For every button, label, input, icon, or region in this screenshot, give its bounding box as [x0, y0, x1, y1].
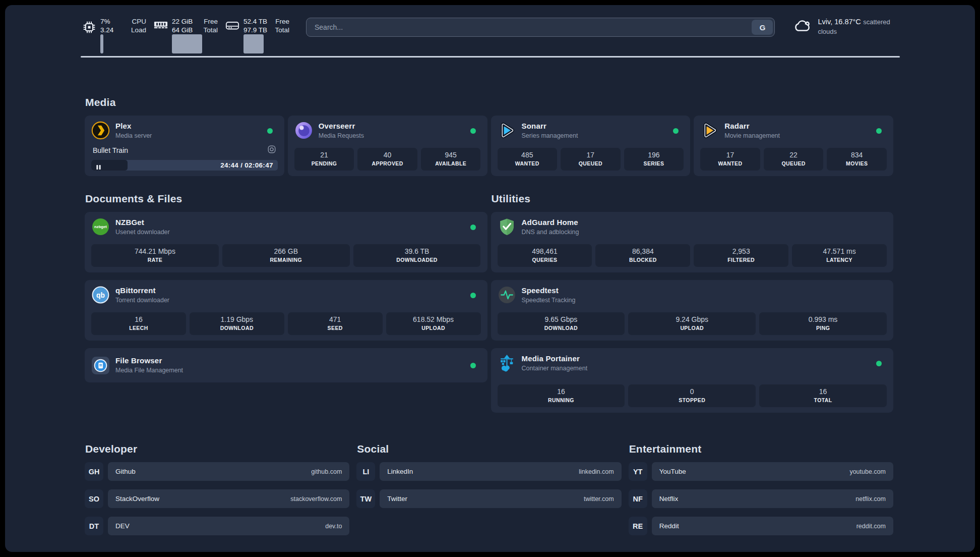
bookmark-reddit[interactable]: RE Reddit reddit.com: [629, 517, 893, 535]
stat-label: AVAILABLE: [423, 160, 479, 167]
stat-label: DOWNLOADED: [355, 256, 479, 263]
stat-value: 485: [500, 151, 556, 159]
stat-box: 22QUEUED: [764, 148, 824, 171]
stat-label: LATENCY: [794, 256, 885, 263]
dashboard-page: 7%CPU 3.24Load: [5, 5, 975, 552]
stat-value: 47.571 ms: [794, 247, 885, 256]
stat-value: 39.6 TB: [355, 247, 479, 256]
service-subtitle: Media Requests: [319, 132, 364, 140]
stat-label: UPLOAD: [630, 324, 754, 331]
bookmark-domain: linkedin.com: [579, 468, 614, 475]
plex-icon: [91, 121, 110, 140]
stat-label: APPROVED: [359, 160, 415, 167]
stat-value: 16: [761, 387, 885, 396]
bookmark-github[interactable]: GH Github github.com: [85, 462, 349, 481]
service-title: Media Portainer: [522, 354, 588, 363]
bookmark-stackoverflow[interactable]: SO StackOverflow stackoverflow.com: [85, 489, 349, 508]
service-card-sonarr[interactable]: Sonarr Series management 485WANTED 17QUE…: [491, 116, 691, 176]
stat-value: 16: [93, 315, 184, 324]
svg-text:qb: qb: [96, 291, 105, 299]
stat-value: 2,953: [696, 247, 786, 256]
radarr-icon: [700, 121, 719, 140]
stat-value: 0: [630, 387, 754, 396]
stat-label: LEECH: [93, 324, 184, 331]
stat-value: 471: [290, 315, 381, 324]
nzbget-icon: nzbget: [91, 217, 110, 236]
stat-value: 16: [500, 387, 623, 396]
bookmark-youtube[interactable]: YT YouTube youtube.com: [629, 462, 893, 481]
stat-label: MOVIES: [829, 160, 885, 167]
service-card-speedtest[interactable]: Speedtest Speedtest Tracking 9.65 GbpsDO…: [491, 280, 894, 341]
stat-box: 498,461QUERIES: [498, 244, 592, 267]
service-title: Plex: [115, 122, 152, 131]
stat-value: 9.65 Gbps: [500, 315, 623, 324]
camera-icon: [267, 145, 276, 156]
stat-value: 17: [563, 151, 619, 159]
service-subtitle: Container management: [522, 364, 588, 372]
stat-label: QUEUED: [766, 160, 822, 167]
stat-value: 945: [423, 151, 479, 159]
section-title-utilities: Utilities: [492, 192, 894, 205]
bookmark-abbr: GH: [85, 462, 103, 481]
service-card-qbittorrent[interactable]: qb qBittorrent Torrent downloader 16LEEC…: [85, 280, 487, 341]
section-title-documents: Documents & Files: [85, 192, 487, 205]
bookmark-name: YouTube: [659, 468, 686, 475]
stat-box: 0STOPPED: [628, 384, 756, 407]
stat-label: WANTED: [500, 160, 556, 167]
bookmark-abbr: DT: [85, 517, 103, 535]
stat-box: 744.21 MbpsRATE: [91, 244, 219, 267]
section-title-media: Media: [85, 96, 893, 109]
stat-value: 498,461: [500, 247, 590, 256]
bookmark-domain: netflix.com: [855, 495, 886, 503]
stat-value: 266 GB: [224, 247, 348, 256]
status-online-dot: [470, 128, 476, 134]
bookmark-name: LinkedIn: [387, 468, 413, 475]
service-title: Sonarr: [522, 122, 578, 131]
service-card-radarr[interactable]: Radarr Movie management 17WANTED 22QUEUE…: [694, 116, 893, 176]
stat-box: 471SEED: [288, 312, 383, 335]
bookmark-domain: dev.to: [325, 523, 342, 530]
bookmark-netflix[interactable]: NF Netflix netflix.com: [629, 489, 893, 508]
service-card-plex[interactable]: Plex Media server Bullet Train: [85, 116, 284, 176]
stat-value: 86,384: [597, 247, 688, 256]
service-card-portainer[interactable]: Media Portainer Container management 16R…: [491, 348, 894, 413]
stat-box: 47.571 msLATENCY: [792, 244, 887, 267]
bookmark-linkedin[interactable]: LI LinkedIn linkedin.com: [356, 462, 621, 481]
stat-label: SERIES: [626, 160, 682, 167]
stat-box: 0.993 msPING: [759, 312, 887, 335]
stat-box: 618.52 MbpsUPLOAD: [386, 312, 481, 335]
service-card-adguard[interactable]: AdGuard Home DNS and adblocking 498,461Q…: [491, 212, 894, 272]
status-online-dot: [470, 363, 476, 368]
stat-label: DOWNLOAD: [500, 324, 623, 331]
pause-icon: [96, 163, 101, 171]
bookmark-dev[interactable]: DT DEV dev.to: [85, 517, 349, 535]
stat-box: 16TOTAL: [759, 384, 887, 407]
bookmark-abbr: LI: [356, 462, 375, 481]
sonarr-icon: [498, 121, 516, 140]
playback-progress-bar: 24:44 / 02:06:47: [91, 160, 278, 171]
service-card-nzbget[interactable]: nzbget NZBGet Usenet downloader 744.21 M…: [85, 212, 487, 272]
service-subtitle: Speedtest Tracking: [522, 296, 576, 304]
bookmark-abbr: SO: [85, 489, 103, 508]
stat-box: 16RUNNING: [498, 384, 625, 407]
service-subtitle: Media server: [115, 132, 152, 140]
status-online-dot: [470, 225, 476, 230]
stat-label: WANTED: [702, 160, 758, 167]
stat-box: 9.65 GbpsDOWNLOAD: [498, 312, 625, 335]
service-card-overseerr[interactable]: Overseerr Media Requests 21PENDING 40APP…: [288, 116, 487, 176]
bookmark-twitter[interactable]: TW Twitter twitter.com: [356, 489, 621, 508]
portainer-icon: [498, 354, 516, 372]
stat-box: 17WANTED: [700, 148, 760, 171]
service-title: File Browser: [115, 356, 183, 365]
service-card-filebrowser[interactable]: File Browser Media File Management: [85, 348, 487, 382]
stat-value: 744.21 Mbps: [93, 247, 217, 256]
stat-label: FILTERED: [696, 256, 786, 263]
stat-value: 0.993 ms: [761, 315, 885, 324]
bookmark-abbr: RE: [629, 517, 647, 535]
stat-label: BLOCKED: [597, 256, 688, 263]
bookmark-name: Reddit: [659, 522, 679, 530]
stat-label: STOPPED: [630, 397, 754, 404]
section-title-entertainment: Entertainment: [629, 442, 893, 456]
stat-value: 1.19 Gbps: [192, 315, 282, 324]
stat-label: DOWNLOAD: [192, 324, 282, 331]
